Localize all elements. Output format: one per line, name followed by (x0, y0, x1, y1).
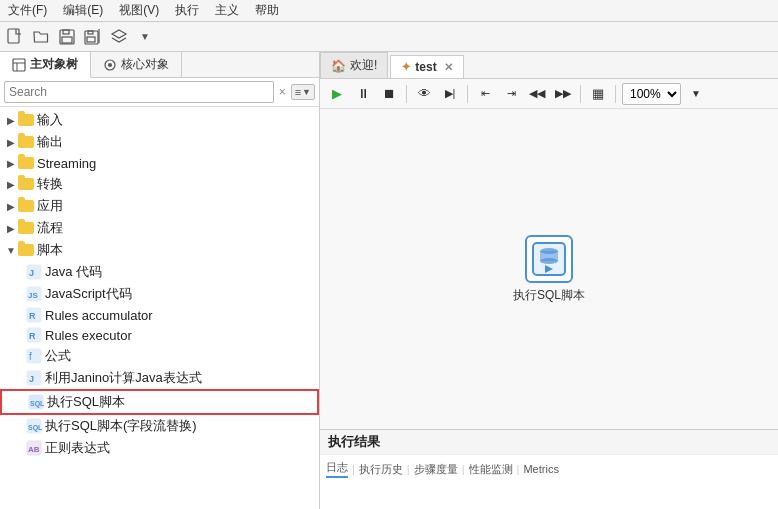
tab-welcome[interactable]: 🏠 欢迎! (320, 52, 388, 78)
search-bar: × ≡ ▼ (0, 78, 319, 107)
tree-label-rules-exe: Rules executor (45, 328, 132, 343)
step-forward-button[interactable]: ⇥ (500, 83, 522, 105)
layers-icon[interactable] (108, 26, 130, 48)
tree-item-output[interactable]: ▶ 输出 (0, 131, 319, 153)
tree-label-flow: 流程 (37, 219, 63, 237)
bottom-panel-title: 执行结果 (320, 430, 778, 455)
tree-item-janino[interactable]: J 利用Janino计算Java表达式 (0, 367, 319, 389)
main-area: 主对象树 核心对象 × ≡ ▼ ▶ 输入 (0, 52, 778, 509)
tree-item-script[interactable]: ▼ 脚本 (0, 239, 319, 261)
welcome-icon: 🏠 (331, 59, 346, 73)
stop-button[interactable]: ⏹ (378, 83, 400, 105)
tree-arrow-apply: ▶ (4, 199, 18, 213)
tree-label-rules-acc: Rules accumulator (45, 308, 153, 323)
tree-item-rules-exe[interactable]: R Rules executor (0, 325, 319, 345)
new-file-icon[interactable] (4, 26, 26, 48)
tree-label-janino: 利用Janino计算Java表达式 (45, 369, 202, 387)
script-icon-formula: f (26, 348, 42, 364)
tab-core-objects[interactable]: 核心对象 (91, 52, 182, 77)
tree-item-formula[interactable]: f 公式 (0, 345, 319, 367)
menu-edit[interactable]: 编辑(E) (59, 2, 107, 19)
history-back-button[interactable]: ◀◀ (526, 83, 548, 105)
tab-test[interactable]: ✦ test ✕ (390, 55, 463, 78)
script-icon-regex: AB (26, 440, 42, 456)
tab-main-objects-label: 主对象树 (30, 56, 78, 73)
svg-point-35 (540, 258, 558, 264)
bottom-tab-step-metrics[interactable]: 步骤度量 (414, 462, 458, 477)
save-all-icon[interactable] (82, 26, 104, 48)
tree-label-apply: 应用 (37, 197, 63, 215)
dropdown-arrow-icon[interactable]: ▼ (134, 26, 156, 48)
tree-item-transform[interactable]: ▶ 转换 (0, 173, 319, 195)
tree-item-input[interactable]: ▶ 输入 (0, 109, 319, 131)
tab-main-objects[interactable]: 主对象树 (0, 52, 91, 78)
bottom-sep-2: | (407, 463, 410, 475)
tree-item-flow[interactable]: ▶ 流程 (0, 217, 319, 239)
toolbar-sep-4 (615, 85, 616, 103)
tree-item-exec-sql-stream[interactable]: SQL 执行SQL脚本(字段流替换) (0, 415, 319, 437)
toolbar-sep-2 (467, 85, 468, 103)
script-icon-exec-sql-stream: SQL (26, 418, 42, 434)
tab-test-close[interactable]: ✕ (444, 61, 453, 74)
search-input[interactable] (4, 81, 274, 103)
tree-arrow-output: ▶ (4, 135, 18, 149)
bottom-tab-history[interactable]: 执行历史 (359, 462, 403, 477)
svg-marker-8 (112, 30, 126, 38)
svg-text:JS: JS (28, 291, 38, 300)
svg-text:R: R (29, 331, 36, 341)
pause-button[interactable]: ⏸ (352, 83, 374, 105)
tree-item-js-code[interactable]: JS JavaScript代码 (0, 283, 319, 305)
menu-help[interactable]: 帮助 (251, 2, 283, 19)
tree-item-rules-acc[interactable]: R Rules accumulator (0, 305, 319, 325)
menu-run[interactable]: 执行 (171, 2, 203, 19)
run-selected-button[interactable]: ▶| (439, 83, 461, 105)
svg-text:f: f (29, 351, 32, 362)
tree-item-streaming[interactable]: ▶ Streaming (0, 153, 319, 173)
svg-text:AB: AB (28, 445, 40, 454)
svg-rect-2 (63, 30, 69, 34)
exec-sql-node-label: 执行SQL脚本 (513, 287, 585, 304)
tree: ▶ 输入 ▶ 输出 ▶ Streaming ▶ 转换 (0, 107, 319, 509)
bottom-tab-log[interactable]: 日志 (326, 460, 348, 478)
play-button[interactable]: ▶ (326, 83, 348, 105)
save-icon[interactable] (56, 26, 78, 48)
exec-sql-node[interactable]: 执行SQL脚本 (513, 235, 585, 304)
tree-item-exec-sql[interactable]: SQL 执行SQL脚本 (0, 389, 319, 415)
zoom-dropdown-button[interactable]: ▼ (685, 83, 707, 105)
bottom-toolbar: 日志 | 执行历史 | 步骤度量 | 性能监测 | Metrics (320, 455, 778, 483)
menu-main[interactable]: 主义 (211, 2, 243, 19)
svg-rect-0 (8, 29, 19, 43)
folder-icon-flow (18, 220, 34, 236)
test-icon: ✦ (401, 60, 411, 74)
tree-label-output: 输出 (37, 133, 63, 151)
search-options-button[interactable]: ≡ ▼ (291, 84, 315, 100)
tree-label-formula: 公式 (45, 347, 71, 365)
folder-icon-input (18, 112, 34, 128)
folder-icon-apply (18, 198, 34, 214)
zoom-select[interactable]: 100% 50% 75% 125% 150% 200% (622, 83, 681, 105)
bottom-tab-metrics[interactable]: Metrics (523, 463, 558, 475)
menu-view[interactable]: 视图(V) (115, 2, 163, 19)
tree-item-java-code[interactable]: J Java 代码 (0, 261, 319, 283)
tree-label-input: 输入 (37, 111, 63, 129)
step-back-button[interactable]: ⇤ (474, 83, 496, 105)
tree-label-regex: 正则表达式 (45, 439, 110, 457)
layout-button[interactable]: ▦ (587, 83, 609, 105)
svg-rect-5 (88, 31, 93, 34)
search-clear-button[interactable]: × (277, 85, 288, 99)
svg-rect-6 (87, 37, 95, 42)
preview-button[interactable]: 👁 (413, 83, 435, 105)
right-tabs: 🏠 欢迎! ✦ test ✕ (320, 52, 778, 79)
menu-file[interactable]: 文件(F) (4, 2, 51, 19)
history-forward-button[interactable]: ▶▶ (552, 83, 574, 105)
right-panel: 🏠 欢迎! ✦ test ✕ ▶ ⏸ ⏹ 👁 ▶| ⇤ ⇥ ◀◀ ▶▶ ▦ (320, 52, 778, 509)
tree-item-apply[interactable]: ▶ 应用 (0, 195, 319, 217)
tree-label-script: 脚本 (37, 241, 63, 259)
tab-core-objects-label: 核心对象 (121, 56, 169, 73)
tree-item-regex[interactable]: AB 正则表达式 (0, 437, 319, 459)
script-icon-rules-exe: R (26, 327, 42, 343)
bottom-tab-perf[interactable]: 性能监测 (469, 462, 513, 477)
folder-icon-script (18, 242, 34, 258)
svg-rect-3 (62, 37, 72, 43)
open-file-icon[interactable] (30, 26, 52, 48)
